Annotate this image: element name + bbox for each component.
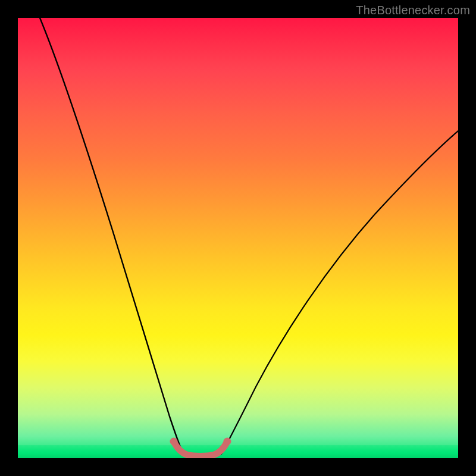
chart-curve-layer — [18, 18, 458, 458]
chart-stage: TheBottlenecker.com — [0, 0, 476, 476]
highlight-endcap-right — [224, 438, 231, 446]
chart-plot-area — [18, 18, 458, 458]
watermark-text: TheBottlenecker.com — [356, 4, 470, 17]
bottom-highlight-curve — [174, 441, 227, 456]
left-curve — [40, 18, 183, 454]
highlight-endcap-left — [170, 438, 178, 446]
right-curve — [221, 131, 458, 454]
